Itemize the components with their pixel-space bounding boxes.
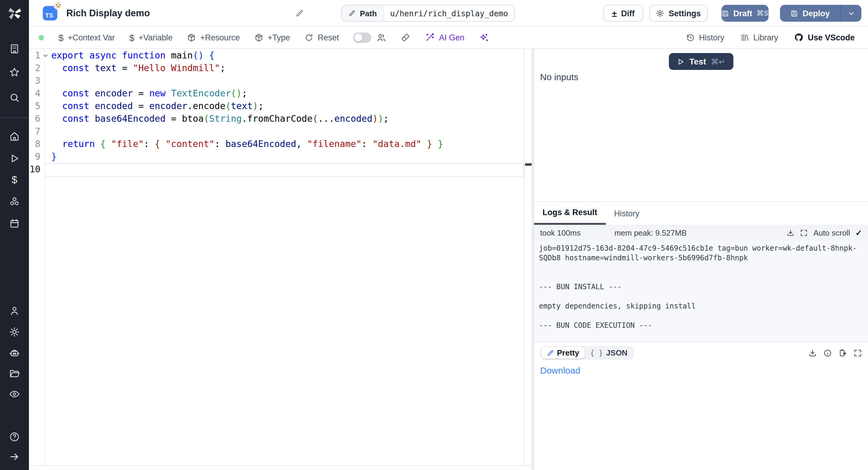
- tab-logs-result[interactable]: Logs & Result: [534, 202, 606, 225]
- history-button[interactable]: History: [686, 33, 724, 42]
- download-link[interactable]: Download: [540, 365, 580, 375]
- home-icon[interactable]: [9, 131, 20, 142]
- settings-gear-icon[interactable]: [9, 326, 20, 338]
- pen-icon: [547, 349, 554, 356]
- auto-scroll-check[interactable]: ✓: [855, 228, 862, 237]
- pretty-toggle[interactable]: Pretty: [541, 347, 585, 358]
- log-output: job=01912d75-163d-8204-47c9-5469c516cb1e…: [534, 241, 868, 333]
- brush-icon: [401, 33, 411, 42]
- gutter-line-number: 9: [29, 151, 40, 163]
- result-area: Pretty { } JSON: [534, 342, 868, 470]
- windmill-logo-icon[interactable]: [7, 5, 22, 21]
- deploy-dropdown-chevron[interactable]: [841, 9, 861, 17]
- path-value[interactable]: u/henri/rich_display_demo: [383, 5, 514, 21]
- no-inputs-label: No inputs: [540, 72, 578, 82]
- deploy-button[interactable]: Deploy: [780, 5, 861, 22]
- info-icon[interactable]: [824, 349, 832, 357]
- package-icon: [254, 33, 264, 42]
- ai-gen-button[interactable]: AI Gen: [425, 33, 464, 42]
- add-context-var-button[interactable]: $+Context Var: [59, 32, 115, 42]
- add-type-button[interactable]: +Type: [254, 33, 290, 42]
- gutter-line-number: 7: [29, 125, 40, 138]
- dollar-icon: $: [129, 32, 134, 42]
- braces-icon: { }: [590, 349, 603, 357]
- diff-button[interactable]: ± Diff: [603, 5, 643, 22]
- variables-dollar-icon[interactable]: $: [9, 174, 20, 185]
- code-line: [51, 125, 443, 138]
- search-icon[interactable]: [9, 92, 20, 103]
- logs-area[interactable]: job=01912d75-163d-8204-47c9-5469c516cb1e…: [534, 241, 868, 342]
- expand-sidebar-arrow-icon[interactable]: [9, 451, 20, 462]
- path-label-segment[interactable]: Path: [342, 5, 383, 21]
- toggle-knob: [355, 33, 363, 41]
- download-logs-icon[interactable]: [787, 229, 795, 237]
- use-vscode-button[interactable]: Use VScode: [794, 33, 855, 42]
- auto-scroll-label[interactable]: Auto scroll: [813, 228, 850, 237]
- audit-eye-icon[interactable]: [9, 389, 20, 400]
- workers-robot-icon[interactable]: [9, 348, 20, 358]
- code-line: }: [51, 151, 443, 163]
- draft-button[interactable]: Draft ⌘S: [721, 5, 769, 22]
- code-line: return { "file": { "content": base64Enco…: [51, 138, 443, 151]
- save-icon: [721, 9, 729, 17]
- code-line: const base64Encoded = btoa(String.fromCh…: [51, 113, 443, 125]
- gutter-line-number: 1: [29, 50, 40, 62]
- code-line: [51, 163, 443, 176]
- path-field[interactable]: Path u/henri/rich_display_demo: [341, 5, 515, 22]
- pencil-icon: [348, 10, 355, 17]
- test-button[interactable]: Test ⌘↵: [669, 53, 733, 70]
- duration-label: took 100ms: [540, 228, 581, 237]
- json-toggle[interactable]: { } JSON: [585, 347, 633, 358]
- help-icon[interactable]: [9, 432, 20, 442]
- library-button[interactable]: Library: [740, 33, 778, 42]
- gutter-line-number: 10: [29, 163, 40, 176]
- run-statusbar: took 100ms mem peak: 9.527MB Auto scroll…: [534, 225, 868, 241]
- code-line: const encoder = new TextEncoder();: [51, 87, 443, 100]
- code-editor[interactable]: 12345678910 export async function main()…: [29, 49, 534, 470]
- overview-ruler-divider: [524, 49, 524, 465]
- tab-history[interactable]: History: [606, 202, 648, 225]
- editor-toolbar: $+Context Var $+Variable +Resource +Type…: [29, 27, 868, 49]
- runs-play-icon[interactable]: [9, 153, 20, 164]
- multiplayer-toggle[interactable]: [353, 32, 372, 42]
- code-line: export async function main() {: [51, 50, 443, 62]
- resources-cubes-icon[interactable]: [9, 196, 20, 207]
- editor-bottom-border: [29, 465, 534, 466]
- format-brush-button[interactable]: [401, 33, 411, 42]
- editor-gutter: 12345678910: [29, 50, 40, 176]
- expand-logs-icon[interactable]: [800, 229, 808, 237]
- gutter-line-number: 3: [29, 75, 40, 87]
- edit-title-pencil-icon[interactable]: [296, 9, 304, 18]
- expand-result-icon[interactable]: [854, 349, 862, 357]
- workspace-building-icon[interactable]: [9, 43, 20, 54]
- github-icon: [794, 33, 804, 42]
- reset-icon: [304, 33, 313, 42]
- schedules-calendar-icon[interactable]: [9, 218, 20, 229]
- sidebar: $: [0, 0, 29, 470]
- gutter-line-number: 6: [29, 113, 40, 125]
- library-icon: [740, 33, 749, 42]
- settings-button[interactable]: Settings: [649, 5, 708, 22]
- mem-peak-label: mem peak: 9.527MB: [614, 228, 687, 237]
- copy-clipboard-icon[interactable]: [838, 349, 847, 357]
- panel-splitter[interactable]: [532, 49, 534, 470]
- result-view-segmented: Pretty { } JSON: [540, 346, 634, 360]
- favorites-star-icon[interactable]: [9, 67, 20, 78]
- add-variable-button[interactable]: $+Variable: [129, 32, 173, 42]
- save-icon: [790, 9, 798, 17]
- sparkles-icon[interactable]: [479, 32, 489, 42]
- bun-runtime-icon: [54, 1, 62, 10]
- package-icon: [187, 33, 196, 42]
- code-line: const encoded = encoder.encode(text);: [51, 100, 443, 113]
- fold-chevron-icon[interactable]: [42, 53, 49, 59]
- windmill-app: $ TS: [0, 0, 868, 470]
- editor-code[interactable]: export async function main() { const tex…: [51, 50, 443, 176]
- gutter-line-number: 2: [29, 62, 40, 75]
- folders-icon[interactable]: [9, 368, 20, 379]
- code-line: const text = "Hello Windmill";: [51, 62, 443, 75]
- add-resource-button[interactable]: +Resource: [187, 33, 240, 42]
- download-result-icon[interactable]: [808, 349, 817, 357]
- gutter-line-number: 4: [29, 87, 40, 100]
- user-icon[interactable]: [9, 306, 20, 316]
- reset-button[interactable]: Reset: [304, 33, 339, 42]
